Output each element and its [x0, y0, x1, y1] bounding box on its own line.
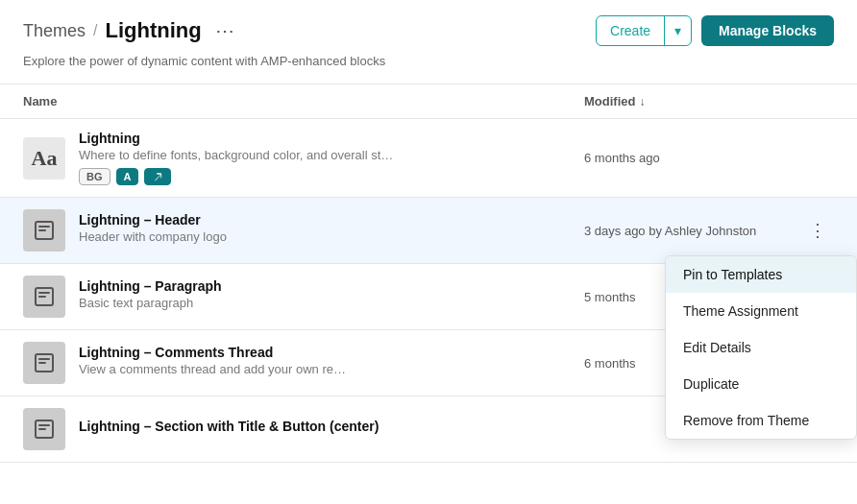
- row-title: Lightning – Section with Title & Button …: [79, 419, 584, 434]
- tag-a: A: [116, 168, 139, 185]
- create-button[interactable]: Create ▾: [596, 15, 692, 46]
- svg-rect-7: [38, 358, 50, 360]
- row-icon: [23, 408, 65, 450]
- page-subtitle: Explore the power of dynamic content wit…: [0, 54, 857, 84]
- header-actions: Create ▾ Manage Blocks: [596, 15, 834, 46]
- row-desc: View a comments thread and add your own …: [79, 362, 584, 376]
- breadcrumb-separator: /: [93, 22, 97, 39]
- create-dropdown-arrow[interactable]: ▾: [664, 16, 691, 45]
- sort-arrow-icon[interactable]: ↓: [639, 95, 645, 108]
- col-name-header: Name: [23, 94, 584, 108]
- menu-item-remove-from-theme[interactable]: Remove from Theme: [666, 402, 856, 439]
- row-icon: [23, 342, 65, 384]
- create-button-label: Create: [597, 16, 664, 45]
- row-title: Lightning – Paragraph: [79, 278, 584, 294]
- menu-item-theme-assignment[interactable]: Theme Assignment: [666, 293, 856, 329]
- table-row: Lightning – Header Header with company l…: [0, 198, 857, 264]
- svg-rect-5: [38, 296, 46, 298]
- svg-rect-2: [38, 229, 46, 231]
- row-modified: 3 days ago by Ashley Johnston ⋮: [584, 218, 834, 243]
- row-icon: [23, 209, 65, 252]
- row-icon: Aa: [23, 137, 65, 180]
- table-row: Aa Lightning Where to define fonts, back…: [0, 119, 857, 198]
- breadcrumb-more-button[interactable]: ⋯: [209, 17, 240, 44]
- row-desc: Where to define fonts, background color,…: [79, 148, 584, 162]
- row-desc: Basic text paragraph: [79, 296, 584, 310]
- manage-blocks-button[interactable]: Manage Blocks: [701, 15, 834, 46]
- row-tags: BG A: [79, 168, 584, 185]
- menu-item-edit-details[interactable]: Edit Details: [666, 329, 856, 366]
- breadcrumb: Themes / Lightning ⋯: [23, 17, 240, 44]
- page-header: Themes / Lightning ⋯ Create ▾ Manage Blo…: [0, 0, 857, 54]
- table-header: Name Modified ↓: [0, 84, 857, 119]
- row-desc: Header with company logo: [79, 229, 584, 244]
- row-title: Lightning: [79, 131, 584, 146]
- row-info: Lightning – Header Header with company l…: [79, 212, 584, 250]
- row-menu-button[interactable]: ⋮: [801, 218, 834, 243]
- breadcrumb-themes[interactable]: Themes: [23, 21, 86, 41]
- row-info: Lightning – Comments Thread View a comme…: [79, 345, 584, 382]
- row-info: Lightning – Section with Title & Button …: [79, 419, 584, 440]
- row-icon: [23, 276, 65, 318]
- tag-bg: BG: [79, 168, 110, 185]
- row-info: Lightning – Paragraph Basic text paragra…: [79, 278, 584, 316]
- col-modified-header: Modified ↓: [584, 94, 834, 108]
- menu-item-pin-templates[interactable]: Pin to Templates: [666, 256, 856, 293]
- row-modified: 6 months ago: [584, 151, 834, 165]
- svg-rect-4: [38, 292, 50, 294]
- svg-rect-8: [38, 362, 46, 364]
- svg-rect-11: [38, 428, 46, 430]
- breadcrumb-current: Lightning: [105, 18, 201, 43]
- row-info: Lightning Where to define fonts, backgro…: [79, 131, 584, 185]
- tag-link: [144, 168, 171, 185]
- svg-rect-1: [38, 226, 50, 228]
- menu-item-duplicate[interactable]: Duplicate: [666, 366, 856, 402]
- row-title: Lightning – Comments Thread: [79, 345, 584, 360]
- svg-rect-10: [38, 424, 50, 426]
- row-context-menu: Pin to Templates Theme Assignment Edit D…: [665, 255, 857, 440]
- row-title: Lightning – Header: [79, 212, 584, 228]
